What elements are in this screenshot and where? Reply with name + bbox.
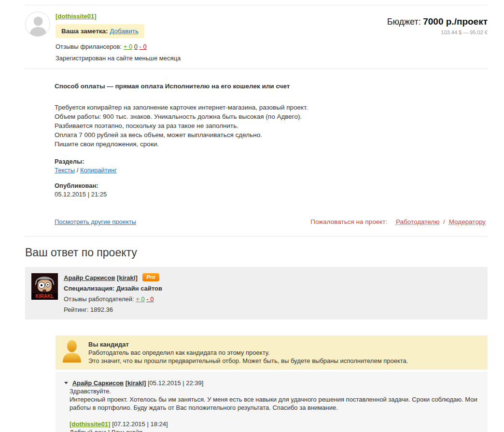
published-label: Опубликован: <box>55 181 488 190</box>
sections-label: Разделы: <box>55 157 488 166</box>
comment-timestamp: [05.12.2015 | 22:39] <box>148 379 203 387</box>
freelancer-name-link[interactable]: Арайр Саркисов <box>64 274 115 281</box>
note-chip: Ваша заметка: Добавить <box>56 24 144 38</box>
separator: / <box>77 167 79 174</box>
rating-line: Рейтинг: 1892.36 <box>64 306 162 313</box>
reviews-label: Отзывы фрилансеров: <box>56 43 122 50</box>
complain-employer-link[interactable]: Работодателю <box>396 218 439 225</box>
budget-converted: 103.44 $ — 95.02 € <box>387 29 488 35</box>
sections-block: Разделы: Тексты / Копирайтинг <box>55 157 488 175</box>
rating-label: Рейтинг: <box>64 306 88 313</box>
other-projects-link[interactable]: Посмотреть другие проекты <box>55 218 136 225</box>
section-link-texts[interactable]: Тексты <box>55 167 75 174</box>
section-divider <box>25 236 488 237</box>
project-page: [dothissite01] Ваша заметка: Добавить От… <box>0 0 504 432</box>
section-link-copywriting[interactable]: Копирайтинг <box>80 167 117 174</box>
comment-header: [dothissite01] [07.12.2015 | 18:24] <box>70 420 479 428</box>
complain-label: Пожаловаться на проект: <box>310 218 387 225</box>
pro-badge: Pro <box>142 273 159 281</box>
comment-line: Интересный проект. Хотелось бы им занять… <box>70 395 479 412</box>
description-line: Разбивается поэтапно, поскольку за раз т… <box>55 121 488 130</box>
specialization-line: Специализация: Дизайн сайтов <box>64 285 162 292</box>
description-line: Оплата 7 000 рублей за весь объем, может… <box>55 130 488 139</box>
registered-text: Зарегистрирован на сайте меньше месяца <box>56 55 387 62</box>
comment-thread: Арайр Саркисов [kirakl] [05.12.2015 | 22… <box>56 372 488 432</box>
candidate-person-icon <box>62 340 82 362</box>
reviews-minus-link[interactable]: - 0 <box>140 43 147 50</box>
separator: / <box>443 218 445 225</box>
published-block: Опубликован: 05.12.2015 | 21:25 <box>55 181 488 199</box>
employer-avatar[interactable] <box>25 12 50 37</box>
budget-label: Бюджет: <box>387 17 421 27</box>
description-line: Пишите свои предложения, сроки. <box>55 139 488 149</box>
description-line: Требуется копирайтер на заполнение карто… <box>55 103 488 112</box>
note-add-link[interactable]: Добавить <box>110 28 139 35</box>
header-divider <box>25 69 488 69</box>
freelancer-card: KIRAKL Арайр Саркисов [kirakl] Pro Специ… <box>25 267 488 320</box>
candidate-notice: Вы кандидат Работодатель вас определил к… <box>56 335 488 370</box>
reviews-plus-link[interactable]: + 0 <box>124 43 132 50</box>
comment-nick-link[interactable]: [kirakl] <box>126 379 146 387</box>
svg-text:KIRAKL: KIRAKL <box>36 293 54 299</box>
rating-value: 1892.36 <box>90 306 113 313</box>
employer-reviews-line: Отзывы работодателей: + 0 - 0 <box>64 295 162 303</box>
comment-author-link[interactable]: [dothissite01] <box>70 420 111 428</box>
comment-reply: [dothissite01] [07.12.2015 | 18:24] Добр… <box>70 420 479 432</box>
comment-line: Добрый день! Ваш скайп <box>70 428 479 432</box>
specialization-label: Специализация: <box>64 285 114 292</box>
payment-method-text: Способ оплаты — прямая оплата Исполнител… <box>55 83 488 90</box>
employer-header: [dothissite01] Ваша заметка: Добавить От… <box>25 5 488 69</box>
reviews-neutral-link[interactable]: 0 <box>134 43 138 50</box>
published-value: 05.12.2015 | 21:25 <box>55 190 488 199</box>
person-placeholder-icon <box>26 12 50 37</box>
complain-moderator-link[interactable]: Модератору <box>449 218 486 225</box>
employer-username-link[interactable]: [dothissite01] <box>56 13 97 20</box>
budget-block: Бюджет: 7000 р./проект 103.44 $ — 95.02 … <box>387 12 488 62</box>
answer-heading: Ваш ответ по проекту <box>25 246 488 259</box>
comment-line: Здравствуйте. <box>70 387 479 395</box>
reviews-minus-link[interactable]: - 0 <box>146 295 154 303</box>
reviews-label: Отзывы работодателей: <box>64 295 134 303</box>
project-footer-row: Посмотреть другие проекты Пожаловаться н… <box>55 218 488 225</box>
complain-block: Пожаловаться на проект: Работодателю / М… <box>310 218 488 225</box>
candidate-line: Работодатель вас определил как кандидата… <box>88 348 408 357</box>
specialization-value: Дизайн сайтов <box>116 285 162 292</box>
budget-value: 7000 р./проект <box>423 16 488 27</box>
freelancer-nick-link[interactable]: [kirakl] <box>117 274 138 281</box>
freelancer-avatar[interactable]: KIRAKL <box>31 273 58 300</box>
freelancer-reviews-line: Отзывы фрилансеров: + 0 0 - 0 <box>56 43 387 50</box>
project-description: Требуется копирайтер на заполнение карто… <box>55 103 488 149</box>
note-label: Ваша заметка: <box>61 28 108 35</box>
candidate-line: Это значит, что вы прошли предварительны… <box>88 357 408 365</box>
comment-header: Арайр Саркисов [kirakl] [05.12.2015 | 22… <box>64 379 479 387</box>
candidate-title: Вы кандидат <box>88 340 408 348</box>
description-line: Объем работы: 900 тыс. знаков. Уникально… <box>55 112 488 121</box>
collapse-triangle-icon[interactable] <box>64 382 68 384</box>
comment-timestamp: [07.12.2015 | 18:24] <box>112 420 168 428</box>
freelancer-name-row: Арайр Саркисов [kirakl] Pro <box>64 273 162 281</box>
comment-body: Здравствуйте. Интересный проект. Хотелос… <box>70 387 479 412</box>
reviews-plus-link[interactable]: + 0 <box>136 295 144 303</box>
comment-author-link[interactable]: Арайр Саркисов <box>72 379 124 387</box>
kirakl-avatar-image: KIRAKL <box>31 273 58 300</box>
